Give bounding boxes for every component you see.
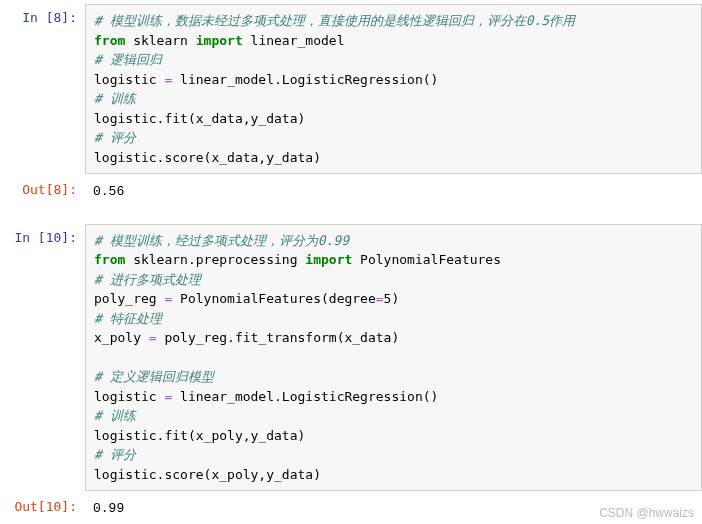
code-token: # 训练 xyxy=(94,408,136,423)
code-line: logistic = linear_model.LogisticRegressi… xyxy=(94,387,693,407)
code-token: logistic xyxy=(94,72,164,87)
code-line: logistic.fit(x_poly,y_data) xyxy=(94,426,693,446)
code-token: # 模型训练，经过多项式处理，评分为0.99 xyxy=(94,233,349,248)
code-token: # 评分 xyxy=(94,130,136,145)
code-token: # 特征处理 xyxy=(94,311,162,326)
output-text: 0.56 xyxy=(85,176,702,208)
code-token: logistic.score(x_data,y_data) xyxy=(94,150,321,165)
out-prompt: Out[8]: xyxy=(0,176,85,208)
output-cell: Out[8]:0.56 xyxy=(0,176,702,208)
code-token: x_poly xyxy=(94,330,149,345)
code-line: # 模型训练，数据未经过多项式处理，直接使用的是线性逻辑回归，评分在0.5作用 xyxy=(94,11,693,31)
code-token: sklearn.preprocessing xyxy=(125,252,305,267)
code-line: from sklearn import linear_model xyxy=(94,31,693,51)
code-token: from xyxy=(94,33,125,48)
code-line: # 模型训练，经过多项式处理，评分为0.99 xyxy=(94,231,693,251)
code-token: # 定义逻辑回归模型 xyxy=(94,369,214,384)
code-line: logistic.score(x_data,y_data) xyxy=(94,148,693,168)
code-line: # 训练 xyxy=(94,406,693,426)
code-token: = xyxy=(149,330,157,345)
in-prompt: In [10]: xyxy=(0,224,85,492)
code-line: x_poly = poly_reg.fit_transform(x_data) xyxy=(94,328,693,348)
code-token: poly_reg xyxy=(94,291,164,306)
code-token: linear_model.LogisticRegression() xyxy=(172,389,438,404)
input-cell: In [8]:# 模型训练，数据未经过多项式处理，直接使用的是线性逻辑回归，评分… xyxy=(0,4,702,174)
code-token: PolynomialFeatures xyxy=(352,252,501,267)
out-prompt: Out[10]: xyxy=(0,493,85,524)
code-line: logistic.score(x_poly,y_data) xyxy=(94,465,693,485)
input-cell: In [10]:# 模型训练，经过多项式处理，评分为0.99from sklea… xyxy=(0,224,702,492)
code-line: from sklearn.preprocessing import Polyno… xyxy=(94,250,693,270)
code-token: import xyxy=(305,252,352,267)
code-token: sklearn xyxy=(125,33,195,48)
code-line: # 评分 xyxy=(94,445,693,465)
code-token: = xyxy=(376,291,384,306)
code-token: 5) xyxy=(384,291,400,306)
watermark-text: CSDN @hwwaizs xyxy=(599,506,694,520)
code-token: logistic.score(x_poly,y_data) xyxy=(94,467,321,482)
code-line: logistic = linear_model.LogisticRegressi… xyxy=(94,70,693,90)
code-line: # 定义逻辑回归模型 xyxy=(94,367,693,387)
code-token: # 评分 xyxy=(94,447,136,462)
code-token: logistic.fit(x_data,y_data) xyxy=(94,111,305,126)
output-cell: Out[10]:0.99 xyxy=(0,493,702,524)
code-token: linear_model xyxy=(243,33,345,48)
code-token: # 进行多项式处理 xyxy=(94,272,201,287)
code-token: # 逻辑回归 xyxy=(94,52,162,67)
code-area[interactable]: # 模型训练，经过多项式处理，评分为0.99from sklearn.prepr… xyxy=(85,224,702,492)
code-line: # 训练 xyxy=(94,89,693,109)
code-token: logistic.fit(x_poly,y_data) xyxy=(94,428,305,443)
code-line: # 特征处理 xyxy=(94,309,693,329)
code-token: from xyxy=(94,252,125,267)
code-line: # 进行多项式处理 xyxy=(94,270,693,290)
code-line: poly_reg = PolynomialFeatures(degree=5) xyxy=(94,289,693,309)
code-token: # 模型训练，数据未经过多项式处理，直接使用的是线性逻辑回归，评分在0.5作用 xyxy=(94,13,575,28)
code-line xyxy=(94,348,693,368)
code-token: import xyxy=(196,33,243,48)
code-area[interactable]: # 模型训练，数据未经过多项式处理，直接使用的是线性逻辑回归，评分在0.5作用f… xyxy=(85,4,702,174)
in-prompt: In [8]: xyxy=(0,4,85,174)
code-token: # 训练 xyxy=(94,91,136,106)
code-token: PolynomialFeatures(degree xyxy=(172,291,376,306)
code-line: # 逻辑回归 xyxy=(94,50,693,70)
code-token: poly_reg.fit_transform(x_data) xyxy=(157,330,400,345)
code-token: linear_model.LogisticRegression() xyxy=(172,72,438,87)
code-line: # 评分 xyxy=(94,128,693,148)
code-token: logistic xyxy=(94,389,164,404)
code-line: logistic.fit(x_data,y_data) xyxy=(94,109,693,129)
